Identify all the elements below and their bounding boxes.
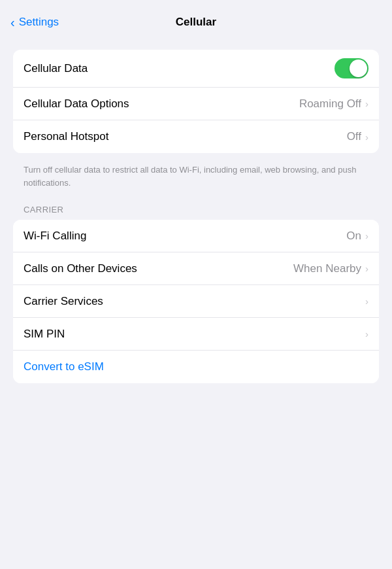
carrier-services-row[interactable]: Carrier Services › [13, 285, 379, 318]
wifi-calling-row[interactable]: Wi-Fi Calling On › [13, 220, 379, 252]
calls-other-devices-right: When Nearby › [293, 262, 368, 275]
toggle-thumb [350, 60, 367, 77]
cellular-data-options-label: Cellular Data Options [24, 97, 129, 111]
cellular-description: Turn off cellular data to restrict all d… [13, 158, 379, 199]
back-button[interactable]: ‹ Settings [10, 15, 59, 30]
back-label: Settings [19, 16, 59, 29]
sim-pin-right: › [365, 328, 368, 339]
calls-other-devices-value: When Nearby [293, 262, 361, 275]
cellular-data-options-value: Roaming Off [299, 97, 361, 111]
wifi-calling-value: On [346, 230, 361, 243]
carrier-services-label: Carrier Services [24, 295, 103, 308]
calls-other-devices-label: Calls on Other Devices [24, 262, 137, 275]
cellular-data-group: Cellular Data Cellular Data Options Roam… [13, 50, 379, 153]
carrier-section-header: CARRIER [13, 199, 379, 220]
calls-other-devices-chevron-icon: › [365, 263, 368, 274]
convert-esim-row[interactable]: Convert to eSIM [13, 351, 379, 383]
cellular-data-options-chevron-icon: › [365, 98, 368, 109]
settings-content: Cellular Data Cellular Data Options Roam… [0, 39, 392, 399]
personal-hotspot-label: Personal Hotspot [24, 130, 108, 143]
wifi-calling-chevron-icon: › [365, 230, 368, 241]
toggle-track [335, 58, 368, 78]
personal-hotspot-row[interactable]: Personal Hotspot Off › [13, 120, 379, 153]
navigation-header: ‹ Settings Cellular [0, 0, 392, 39]
personal-hotspot-right: Off › [347, 130, 368, 143]
cellular-data-toggle[interactable] [335, 58, 368, 78]
carrier-group: Wi-Fi Calling On › Calls on Other Device… [13, 220, 379, 383]
cellular-data-row[interactable]: Cellular Data [13, 50, 379, 88]
cellular-data-options-right: Roaming Off › [299, 97, 368, 111]
carrier-services-chevron-icon: › [365, 296, 368, 307]
page-title: Cellular [176, 16, 216, 29]
sim-pin-row[interactable]: SIM PIN › [13, 318, 379, 351]
cellular-data-label: Cellular Data [24, 62, 88, 75]
sim-pin-chevron-icon: › [365, 328, 368, 339]
cellular-data-options-row[interactable]: Cellular Data Options Roaming Off › [13, 88, 379, 120]
convert-esim-label: Convert to eSIM [24, 360, 104, 373]
sim-pin-label: SIM PIN [24, 328, 65, 341]
wifi-calling-right: On › [346, 230, 368, 243]
personal-hotspot-chevron-icon: › [365, 131, 368, 143]
calls-other-devices-row[interactable]: Calls on Other Devices When Nearby › [13, 252, 379, 285]
back-chevron-icon: ‹ [10, 15, 15, 30]
wifi-calling-label: Wi-Fi Calling [24, 230, 86, 243]
personal-hotspot-value: Off [347, 130, 361, 143]
carrier-services-right: › [365, 296, 368, 307]
